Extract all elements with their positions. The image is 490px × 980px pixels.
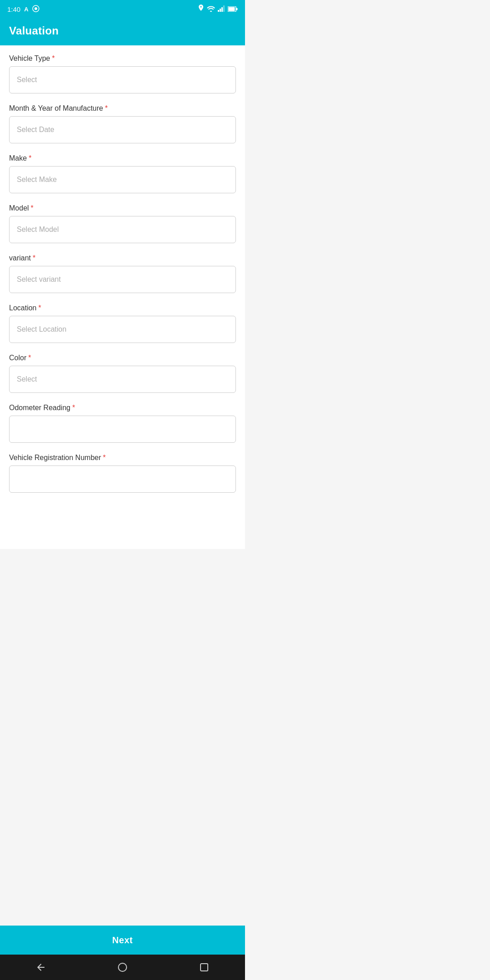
make-input[interactable] bbox=[9, 166, 236, 193]
odometer-label: Odometer Reading * bbox=[9, 404, 236, 412]
svg-rect-7 bbox=[229, 7, 235, 11]
page-title: Valuation bbox=[9, 24, 59, 37]
color-group: Color * bbox=[9, 354, 236, 393]
variant-required: * bbox=[33, 254, 35, 262]
svg-point-1 bbox=[34, 7, 37, 10]
status-bar: 1:40 A bbox=[0, 0, 245, 18]
location-icon bbox=[198, 5, 204, 14]
location-input[interactable] bbox=[9, 316, 236, 343]
manufacture-date-label: Month & Year of Manufacture * bbox=[9, 104, 236, 113]
variant-input[interactable] bbox=[9, 266, 236, 293]
color-label: Color * bbox=[9, 354, 236, 362]
svg-rect-3 bbox=[220, 9, 221, 12]
odometer-group: Odometer Reading * bbox=[9, 404, 236, 443]
model-label: Model * bbox=[9, 204, 236, 212]
make-group: Make * bbox=[9, 154, 236, 193]
make-label: Make * bbox=[9, 154, 236, 162]
variant-label: variant * bbox=[9, 254, 236, 262]
vehicle-type-group: Vehicle Type * bbox=[9, 54, 236, 93]
at-icon bbox=[32, 5, 39, 14]
location-label: Location * bbox=[9, 304, 236, 312]
manufacture-date-input[interactable] bbox=[9, 116, 236, 143]
signal-icon bbox=[218, 5, 225, 13]
model-required: * bbox=[31, 204, 34, 212]
battery-icon bbox=[228, 5, 238, 13]
registration-group: Vehicle Registration Number * bbox=[9, 454, 236, 493]
app-header: Valuation bbox=[0, 18, 245, 45]
model-group: Model * bbox=[9, 204, 236, 243]
vehicle-type-input[interactable] bbox=[9, 66, 236, 93]
variant-group: variant * bbox=[9, 254, 236, 293]
model-input[interactable] bbox=[9, 216, 236, 243]
odometer-input[interactable] bbox=[9, 416, 236, 443]
svg-rect-5 bbox=[223, 5, 225, 12]
odometer-required: * bbox=[72, 404, 75, 412]
svg-rect-2 bbox=[218, 10, 219, 12]
location-group: Location * bbox=[9, 304, 236, 343]
location-required: * bbox=[39, 304, 41, 312]
wifi-icon bbox=[207, 5, 215, 13]
vehicle-type-required: * bbox=[52, 54, 54, 63]
vehicle-type-label: Vehicle Type * bbox=[9, 54, 236, 63]
color-required: * bbox=[28, 354, 31, 362]
status-right bbox=[198, 5, 238, 14]
registration-required: * bbox=[103, 454, 106, 462]
manufacture-date-group: Month & Year of Manufacture * bbox=[9, 104, 236, 143]
a-icon: A bbox=[24, 6, 28, 13]
make-required: * bbox=[29, 154, 31, 162]
registration-input[interactable] bbox=[9, 466, 236, 493]
registration-label: Vehicle Registration Number * bbox=[9, 454, 236, 462]
svg-rect-4 bbox=[221, 7, 223, 12]
form-container: Vehicle Type * Month & Year of Manufactu… bbox=[0, 45, 245, 549]
status-left: 1:40 A bbox=[7, 5, 39, 14]
manufacture-date-required: * bbox=[105, 104, 108, 113]
svg-rect-8 bbox=[236, 8, 238, 10]
status-time: 1:40 bbox=[7, 5, 20, 13]
color-input[interactable] bbox=[9, 366, 236, 393]
